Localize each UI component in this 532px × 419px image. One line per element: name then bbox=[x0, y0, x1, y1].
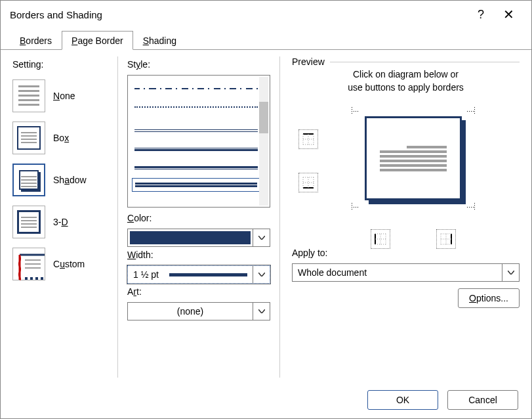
svg-rect-4 bbox=[41, 277, 43, 280]
setting-shadow-icon bbox=[12, 164, 45, 196]
dialog-footer: OK Cancel bbox=[1, 382, 531, 418]
apply-to-value: Whole document bbox=[293, 264, 502, 281]
style-option[interactable] bbox=[134, 140, 258, 158]
chevron-down-icon bbox=[253, 303, 270, 320]
preview-label: Preview bbox=[292, 56, 325, 67]
style-option[interactable] bbox=[134, 79, 258, 98]
style-option[interactable] bbox=[134, 158, 258, 177]
style-listbox[interactable] bbox=[127, 75, 270, 208]
settings-label: Setting: bbox=[12, 59, 113, 70]
setting-box[interactable]: Box bbox=[12, 117, 113, 159]
preview-column: Preview Click on diagram below or use bu… bbox=[280, 56, 520, 378]
svg-rect-3 bbox=[35, 277, 38, 280]
tab-strip: Borders Page Border Shading bbox=[1, 28, 531, 49]
preview-diagram bbox=[292, 99, 520, 245]
chevron-down-icon bbox=[253, 229, 270, 246]
svg-rect-1 bbox=[25, 277, 28, 280]
dialog-window: Borders and Shading ? ✕ Borders Page Bor… bbox=[0, 0, 532, 419]
style-option[interactable] bbox=[134, 121, 258, 140]
border-left-button[interactable] bbox=[371, 229, 390, 249]
setting-custom[interactable]: Custom bbox=[12, 243, 113, 285]
border-top-button[interactable] bbox=[298, 129, 318, 149]
dialog-title: Borders and Shading bbox=[10, 9, 102, 20]
chevron-down-icon bbox=[502, 264, 519, 281]
help-button[interactable]: ? bbox=[467, 1, 495, 28]
style-scrollbar-track[interactable] bbox=[259, 77, 268, 206]
svg-rect-2 bbox=[30, 277, 33, 280]
art-value: (none) bbox=[128, 303, 253, 320]
style-column: Style: bbox=[117, 56, 280, 378]
setting-none-icon bbox=[12, 79, 45, 112]
close-button[interactable]: ✕ bbox=[495, 1, 522, 28]
tab-page-border[interactable]: Page Border bbox=[62, 31, 133, 50]
chevron-down-icon bbox=[253, 266, 270, 283]
style-option-selected[interactable] bbox=[132, 178, 260, 192]
width-sample-line bbox=[169, 273, 247, 276]
cancel-button[interactable]: Cancel bbox=[447, 390, 518, 410]
setting-3d-icon bbox=[12, 206, 45, 238]
settings-column: Setting: None Box Shadow bbox=[12, 56, 117, 378]
preview-hint: Click on diagram below or use buttons to… bbox=[292, 68, 520, 94]
setting-box-icon bbox=[12, 121, 45, 154]
style-scrollbar-thumb[interactable] bbox=[259, 102, 268, 133]
art-dropdown[interactable]: (none) bbox=[127, 302, 270, 320]
ok-button[interactable]: OK bbox=[367, 390, 438, 410]
apply-to-dropdown[interactable]: Whole document bbox=[292, 263, 520, 282]
border-bottom-button[interactable] bbox=[298, 173, 318, 192]
preview-page-frame bbox=[365, 116, 462, 200]
dialog-body: Setting: None Box Shadow bbox=[1, 49, 531, 382]
setting-3d[interactable]: 3-D bbox=[12, 201, 113, 243]
tab-borders[interactable]: Borders bbox=[10, 31, 62, 50]
color-swatch bbox=[130, 231, 251, 244]
setting-none[interactable]: None bbox=[12, 75, 113, 117]
setting-shadow[interactable]: Shadow bbox=[12, 159, 113, 201]
options-button[interactable]: Options... bbox=[458, 288, 520, 308]
tab-shading[interactable]: Shading bbox=[133, 31, 186, 50]
style-option[interactable] bbox=[134, 98, 258, 116]
setting-custom-icon bbox=[12, 248, 45, 280]
preview-page[interactable] bbox=[348, 104, 479, 220]
apply-to-section: Apply to: Whole document Options... bbox=[292, 248, 520, 308]
title-bar: Borders and Shading ? ✕ bbox=[1, 1, 531, 28]
border-right-button[interactable] bbox=[436, 229, 456, 249]
width-dropdown[interactable]: 1 ½ pt bbox=[127, 265, 270, 284]
width-value: 1 ½ pt bbox=[133, 269, 159, 280]
color-dropdown[interactable] bbox=[127, 229, 270, 247]
